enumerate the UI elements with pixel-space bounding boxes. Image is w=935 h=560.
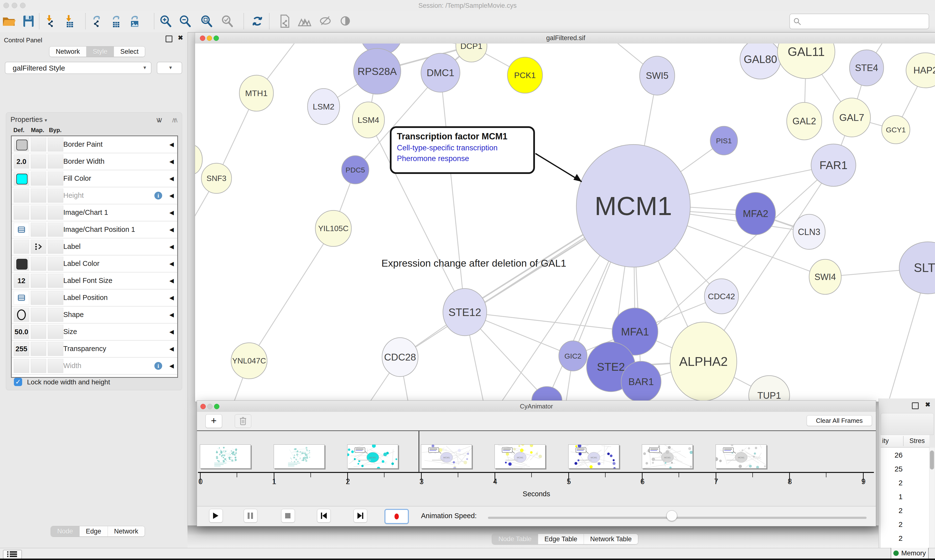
property-row[interactable]: Label Position◀ (12, 289, 177, 306)
bypass-cell[interactable] (48, 274, 63, 288)
bypass-cell[interactable] (48, 137, 63, 152)
play-button[interactable] (209, 509, 223, 523)
stop-button[interactable] (281, 509, 295, 523)
tab-network[interactable]: Network (108, 526, 145, 536)
float-table-panel-icon[interactable] (912, 402, 919, 409)
expand-all-icon[interactable]: ∨∨ (156, 115, 159, 124)
expand-property-icon[interactable]: ◀ (170, 294, 174, 301)
network-node-mcm1[interactable]: MCM1 (576, 145, 690, 267)
expand-property-icon[interactable]: ◀ (170, 345, 174, 352)
bypass-cell[interactable] (48, 291, 63, 305)
tab-node[interactable]: Node (51, 526, 80, 536)
timeline-playhead[interactable] (418, 431, 419, 472)
network-node-gal11[interactable]: GAL11 (778, 43, 835, 78)
default-value-cell[interactable]: 12 (14, 274, 29, 288)
default-value-cell[interactable] (14, 171, 29, 186)
bypass-cell[interactable] (48, 359, 63, 373)
info-icon[interactable]: i (154, 192, 162, 200)
lock-size-checkbox[interactable]: ✓ (14, 378, 22, 386)
default-value-cell[interactable] (14, 240, 29, 254)
skip-end-button[interactable] (353, 509, 367, 523)
network-node-mfa2[interactable]: MFA2 (736, 192, 776, 235)
network-node-pis1[interactable]: PIS1 (710, 126, 738, 155)
table-cell-value[interactable]: 2 (881, 520, 903, 529)
table-cell-value[interactable]: 2 (881, 506, 903, 515)
default-value-cell[interactable] (14, 206, 29, 220)
skip-start-button[interactable] (317, 509, 331, 523)
bypass-cell[interactable] (48, 171, 63, 186)
annotation-link[interactable]: Cell-type-specific transcription (397, 143, 533, 152)
expand-property-icon[interactable]: ◀ (170, 141, 174, 148)
mapping-cell[interactable] (31, 171, 46, 186)
record-button[interactable] (384, 509, 409, 524)
mapping-cell[interactable] (31, 308, 46, 322)
import-network-icon[interactable] (43, 14, 57, 28)
default-value-cell[interactable] (14, 359, 29, 373)
property-row[interactable]: Image/Chart 1◀ (12, 205, 177, 222)
network-node-cdc28[interactable]: CDC28 (382, 338, 418, 377)
mapping-cell[interactable] (31, 274, 46, 288)
network-node-far1[interactable]: FAR1 (811, 144, 856, 186)
network-node-cdc42[interactable]: CDC42 (704, 279, 739, 314)
property-row[interactable]: 255Transparency◀ (12, 341, 177, 358)
bypass-cell[interactable] (48, 240, 63, 254)
expand-property-icon[interactable]: ◀ (170, 192, 174, 199)
frame-thumbnail[interactable]: MCM1 (421, 445, 472, 469)
network-node-pck1[interactable]: PCK1 (508, 57, 543, 93)
property-row[interactable]: Heighti◀ (12, 187, 177, 205)
network-edge[interactable] (440, 73, 465, 312)
property-row[interactable]: 50.0Size◀ (12, 323, 177, 341)
network-node-tup1[interactable]: TUP1 (749, 375, 790, 402)
column-header[interactable]: Stres (909, 437, 925, 445)
network-node-yil105c[interactable]: YIL105C (315, 211, 351, 246)
mapping-cell[interactable] (31, 325, 46, 339)
memory-button[interactable]: Memory (891, 547, 929, 559)
network-node-gal7[interactable]: GAL7 (833, 98, 870, 137)
table-cell-value[interactable]: 2 (881, 479, 903, 487)
network-node-cln3[interactable]: CLN3 (793, 214, 825, 249)
mapping-cell[interactable] (31, 359, 46, 373)
search-input[interactable] (789, 14, 929, 29)
zoom-fit-icon[interactable] (200, 14, 214, 28)
style-selector-dropdown[interactable]: galFiltered Style ▾ (5, 62, 151, 74)
table-cell-value[interactable]: 2 (881, 534, 903, 543)
mapping-cell[interactable] (31, 291, 46, 305)
mapping-cell[interactable] (31, 206, 46, 220)
mapping-cell[interactable] (31, 189, 46, 203)
frame-thumbnail[interactable]: MCM1 (495, 445, 545, 469)
expand-property-icon[interactable]: ◀ (170, 226, 174, 233)
property-row[interactable]: Image/Chart Position 1◀ (12, 222, 177, 238)
export-network-icon[interactable] (89, 14, 104, 28)
default-value-cell[interactable]: 50.0 (14, 325, 29, 339)
expand-property-icon[interactable]: ◀ (170, 175, 174, 182)
network-node-dcp1[interactable]: DCP1 (456, 43, 487, 62)
bypass-cell[interactable] (48, 308, 63, 322)
zoom-out-icon[interactable] (178, 14, 192, 28)
frame-thumbnail[interactable]: MCM1 (642, 445, 693, 469)
network-node-gal80[interactable]: GAL80 (740, 43, 781, 79)
default-value-cell[interactable] (14, 291, 29, 305)
frame-thumbnail[interactable]: MCM1 (347, 445, 398, 469)
default-value-cell[interactable]: 2.0 (14, 154, 29, 169)
pause-button[interactable] (244, 509, 258, 523)
mapping-cell[interactable] (31, 342, 46, 356)
network-node-edge1[interactable] (195, 145, 202, 174)
network-node-alpha2[interactable]: ALPHA2 (670, 322, 737, 401)
bypass-cell[interactable] (48, 154, 63, 169)
properties-header[interactable]: Properties ▾ (11, 115, 47, 123)
network-node-gal2[interactable]: GAL2 (787, 102, 822, 140)
frame-thumbnail[interactable]: MCM1 (568, 445, 619, 469)
collapse-all-icon[interactable]: ∧∧ (171, 115, 175, 124)
expand-property-icon[interactable]: ◀ (170, 158, 174, 165)
network-node-swi5[interactable]: SWI5 (640, 56, 675, 95)
property-row[interactable]: Fill Color◀ (12, 170, 177, 187)
column-header[interactable]: ity (882, 437, 889, 445)
default-value-cell[interactable] (14, 137, 29, 152)
network-node-dmc1[interactable]: DMC1 (421, 53, 460, 92)
refresh-layout-icon[interactable] (250, 14, 264, 28)
frame-thumbnail[interactable]: MCM1 (716, 445, 767, 469)
property-row[interactable]: Label◀ (12, 238, 177, 255)
style-options-dropdown[interactable]: ▾ (157, 62, 182, 74)
network-node-slt2[interactable]: SLT2 (899, 242, 935, 294)
network-node-ste12[interactable]: STE12 (443, 289, 487, 336)
